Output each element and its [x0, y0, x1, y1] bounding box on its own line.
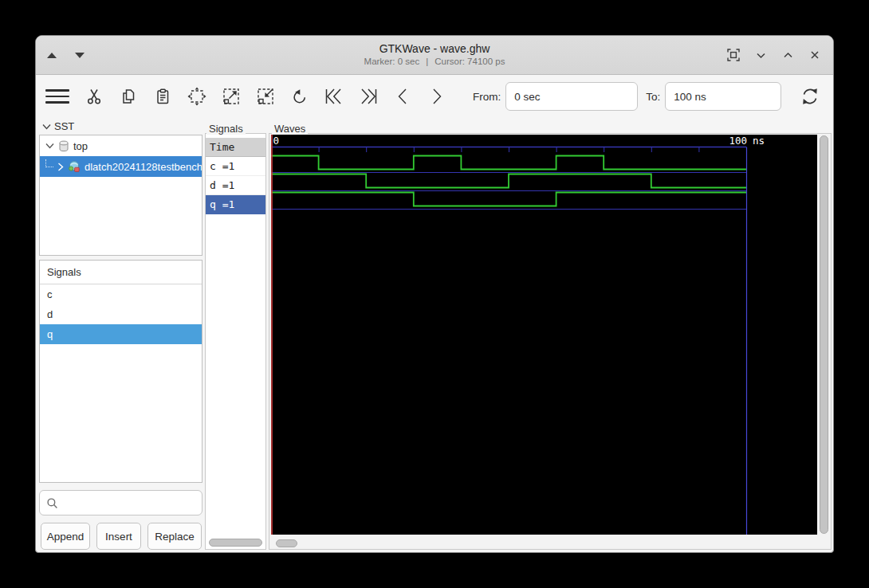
wave-row-label-c[interactable]: c =1: [206, 157, 265, 176]
scrollbar-thumb[interactable]: [209, 539, 262, 547]
signals-frame-label: Signals: [206, 123, 246, 135]
pane-splitter-left[interactable]: [203, 119, 205, 553]
signal-list-header: Signals: [40, 261, 202, 284]
gtkwave-window: GTKWave - wave.ghw Marker: 0 sec | Curso…: [35, 35, 834, 553]
marker-status: Marker: 0 sec: [364, 56, 420, 68]
tree-item-top[interactable]: top: [40, 135, 202, 156]
waves-panel: 0100ns: [269, 133, 832, 550]
entity-icon: [68, 160, 81, 173]
zoom-out-icon[interactable]: [256, 85, 275, 108]
waves-vscrollbar[interactable]: [819, 135, 829, 535]
tile-window-icon[interactable]: [726, 48, 741, 62]
module-icon: [58, 140, 69, 152]
titlebar: GTKWave - wave.ghw Marker: 0 sec | Curso…: [36, 36, 833, 75]
cut-icon[interactable]: [85, 85, 104, 108]
signals-column-hscrollbar[interactable]: [208, 538, 263, 547]
chevron-down-icon[interactable]: [45, 143, 54, 149]
insert-button[interactable]: Insert: [96, 523, 141, 550]
signals-column: Time c =1 d =1 q =1: [205, 133, 266, 550]
append-button[interactable]: Append: [41, 523, 90, 550]
zoom-in-icon[interactable]: [222, 85, 241, 108]
tree-item-dlatch[interactable]: dlatch20241128testbench: [40, 156, 202, 177]
waves-hscrollbar[interactable]: [271, 539, 817, 548]
search-icon: [46, 497, 58, 509]
skip-to-end-icon[interactable]: [359, 85, 378, 108]
wave-canvas: 0100ns: [271, 135, 817, 535]
signal-item-c[interactable]: c: [40, 284, 202, 304]
sst-tree: top dlatch20241128testbench: [39, 135, 203, 256]
maximize-icon[interactable]: [781, 48, 795, 62]
sst-header-label: SST: [54, 120, 74, 132]
from-label: From:: [473, 91, 501, 103]
skip-to-start-icon[interactable]: [324, 85, 344, 108]
time-header-row[interactable]: Time: [206, 138, 265, 157]
copy-icon[interactable]: [119, 85, 138, 108]
from-input[interactable]: [505, 82, 638, 111]
shade-down-icon[interactable]: [75, 53, 85, 58]
signal-search[interactable]: [39, 490, 203, 515]
window-title: GTKWave - wave.ghw: [379, 42, 490, 56]
tree-item-label: top: [73, 140, 88, 152]
paste-icon[interactable]: [153, 85, 172, 108]
menu-icon[interactable]: [45, 85, 69, 108]
tree-item-label: dlatch20241128testbench: [85, 161, 203, 173]
pane-splitter-right[interactable]: [266, 119, 269, 553]
scrollbar-thumb[interactable]: [820, 135, 828, 534]
signal-item-q[interactable]: q: [40, 324, 202, 344]
minimize-icon[interactable]: [753, 48, 768, 62]
replace-button[interactable]: Replace: [147, 523, 202, 550]
step-right-icon[interactable]: [427, 85, 446, 108]
signal-list-panel: Signals c d q: [39, 260, 203, 483]
step-left-icon[interactable]: [393, 85, 412, 108]
sst-header[interactable]: SST: [42, 120, 74, 132]
signal-item-d[interactable]: d: [40, 304, 202, 324]
cursor-status: Cursor: 74100 ps: [434, 56, 505, 68]
screen: { "titlebar": { "title": "GTKWave - wave…: [0, 0, 869, 588]
chevron-right-icon[interactable]: [57, 163, 64, 171]
wave-row-label-q[interactable]: q =1: [206, 195, 265, 214]
chevron-down-icon: [42, 123, 51, 130]
to-input[interactable]: [665, 82, 781, 111]
svg-text:0: 0: [273, 135, 280, 147]
to-label: To:: [646, 91, 660, 103]
reload-icon[interactable]: [797, 85, 823, 108]
toolbar: From: To:: [36, 74, 833, 119]
status-separator: |: [426, 56, 428, 68]
search-input[interactable]: [63, 496, 202, 510]
shade-up-icon[interactable]: [47, 53, 57, 58]
svg-text:100: 100: [729, 135, 747, 147]
tree-branch-line: [45, 159, 53, 167]
close-icon[interactable]: [808, 48, 822, 62]
wave-display[interactable]: 0100ns: [271, 135, 817, 535]
undo-icon[interactable]: [290, 85, 309, 108]
waves-frame-label: Waves: [272, 123, 308, 135]
wave-row-label-d[interactable]: d =1: [206, 176, 265, 195]
svg-text:ns: ns: [753, 135, 765, 147]
zoom-fit-icon[interactable]: [187, 85, 206, 108]
scrollbar-thumb[interactable]: [276, 539, 297, 547]
